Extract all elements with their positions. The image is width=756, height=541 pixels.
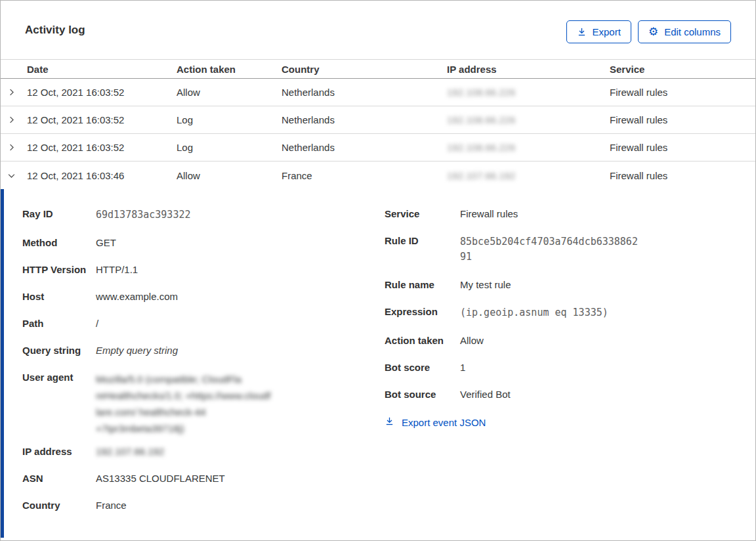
- detail-field-label: IP address: [22, 445, 96, 458]
- header-actions: Export ⚙ Edit columns: [566, 20, 731, 43]
- cell-service: Firewall rules: [610, 142, 755, 153]
- column-header-service: Service: [610, 64, 755, 75]
- cell-ip-address: 192.107.66.192: [447, 170, 610, 181]
- detail-field-label: Path: [22, 317, 96, 330]
- expand-chevron-button[interactable]: [1, 162, 27, 189]
- detail-field: User agent Mozilla/5.0 (compatible; Clou…: [22, 371, 385, 437]
- cell-service: Firewall rules: [610, 170, 755, 181]
- detail-field-value: (ip.geoip.asnum eq 13335): [460, 305, 608, 320]
- cell-ip-address: 192.108.66.226: [447, 114, 610, 125]
- export-event-json-label: Export event JSON: [402, 417, 486, 428]
- gear-icon: ⚙: [648, 26, 658, 37]
- cell-action-taken: Log: [177, 114, 282, 125]
- table-row[interactable]: 12 Oct, 2021 16:03:46 Allow France 192.1…: [1, 162, 755, 189]
- cell-action-taken: Allow: [177, 170, 282, 181]
- detail-field-label: Service: [385, 207, 460, 221]
- detail-field-label: Country: [22, 499, 96, 512]
- edit-columns-button[interactable]: ⚙ Edit columns: [638, 20, 731, 43]
- detail-field: Bot score 1: [385, 361, 736, 374]
- detail-field-label: Action taken: [385, 334, 460, 347]
- cell-service: Firewall rules: [610, 87, 755, 98]
- column-header-date: Date: [27, 64, 177, 75]
- detail-field: IP address 192.107.66.192: [22, 445, 385, 458]
- detail-field-label: Ray ID: [22, 207, 96, 223]
- detail-field-label: User agent: [22, 371, 96, 437]
- cell-country: Netherlands: [282, 87, 447, 98]
- column-header-ip: IP address: [447, 64, 610, 75]
- cell-date: 12 Oct, 2021 16:03:52: [27, 142, 177, 153]
- detail-field: Action taken Allow: [385, 334, 736, 347]
- detail-field-value: Allow: [460, 334, 484, 347]
- detail-field-value: www.example.com: [96, 290, 178, 303]
- detail-field: Rule name My test rule: [385, 278, 736, 292]
- cell-service: Firewall rules: [610, 114, 755, 125]
- detail-field: Rule ID 85bce5b204cf4703a764dcb633886291: [385, 234, 736, 265]
- edit-columns-button-label: Edit columns: [664, 27, 721, 37]
- detail-field-value: Empty query string: [96, 344, 178, 357]
- detail-field: Method GET: [22, 236, 385, 249]
- cell-ip-address: 192.108.66.226: [447, 142, 610, 153]
- cell-action-taken: Allow: [177, 87, 282, 98]
- detail-field: Expression (ip.geoip.asnum eq 13335): [385, 305, 736, 320]
- detail-field-label: HTTP Version: [22, 263, 96, 276]
- detail-field-label: Query string: [22, 344, 96, 357]
- page-header: Activity log Export ⚙ Edit columns: [1, 1, 755, 59]
- detail-field: Ray ID 69d13783ac393322: [22, 207, 385, 223]
- table-row[interactable]: 12 Oct, 2021 16:03:52 Log Netherlands 19…: [1, 134, 755, 162]
- chevron-right-icon: [7, 171, 16, 181]
- detail-field-value: /: [96, 317, 98, 330]
- detail-field-value: 85bce5b204cf4703a764dcb633886291: [460, 234, 642, 265]
- detail-field-value: GET: [96, 236, 116, 249]
- detail-field-value: Verified Bot: [460, 388, 511, 401]
- download-icon: [385, 416, 394, 428]
- detail-field-label: Bot score: [385, 361, 460, 374]
- detail-field: Host www.example.com: [22, 290, 385, 303]
- cell-country: Netherlands: [282, 142, 447, 153]
- activity-log-panel: Activity log Export ⚙ Edit columns Date …: [0, 0, 756, 541]
- detail-field-value: 69d13783ac393322: [96, 207, 191, 223]
- expand-chevron-button[interactable]: [1, 134, 27, 161]
- cell-ip-address: 192.108.66.226: [447, 87, 610, 98]
- table-header-row: Date Action taken Country IP address Ser…: [1, 59, 755, 79]
- detail-field-value: My test rule: [460, 278, 511, 292]
- detail-field-label: Expression: [385, 305, 460, 320]
- column-header-country: Country: [282, 64, 447, 75]
- chevron-right-icon: [7, 87, 16, 97]
- detail-field-value: AS13335 CLOUDFLARENET: [96, 472, 225, 485]
- detail-field: HTTP Version HTTP/1.1: [22, 263, 385, 276]
- detail-field-label: ASN: [22, 472, 96, 485]
- detail-field: Path /: [22, 317, 385, 330]
- table-body: 12 Oct, 2021 16:03:52 Allow Netherlands …: [1, 79, 755, 189]
- expand-chevron-button[interactable]: [1, 106, 27, 133]
- detail-field-label: Host: [22, 290, 96, 303]
- export-button-label: Export: [593, 27, 621, 37]
- chevron-right-icon: [7, 142, 16, 152]
- export-event-json-link[interactable]: Export event JSON: [385, 416, 486, 428]
- detail-field-value: Firewall rules: [460, 207, 518, 221]
- detail-field: ASN AS13335 CLOUDFLARENET: [22, 472, 385, 485]
- cell-date: 12 Oct, 2021 16:03:52: [27, 87, 177, 98]
- export-button[interactable]: Export: [566, 20, 631, 43]
- detail-field: Bot source Verified Bot: [385, 388, 736, 401]
- detail-field-label: Bot source: [385, 388, 460, 401]
- column-header-action: Action taken: [177, 64, 282, 75]
- cell-country: Netherlands: [282, 114, 447, 125]
- detail-field-value: 1: [460, 361, 465, 374]
- expand-chevron-button[interactable]: [1, 79, 27, 106]
- cell-date: 12 Oct, 2021 16:03:52: [27, 114, 177, 125]
- table-row[interactable]: 12 Oct, 2021 16:03:52 Allow Netherlands …: [1, 79, 755, 106]
- detail-field: Query string Empty query string: [22, 344, 385, 357]
- detail-field-label: Rule ID: [385, 234, 460, 265]
- table-row[interactable]: 12 Oct, 2021 16:03:52 Log Netherlands 19…: [1, 106, 755, 134]
- page-title: Activity log: [25, 20, 85, 37]
- detail-column-left: Ray ID 69d13783ac393322 Method GET HTTP …: [22, 207, 385, 538]
- detail-field: Country France: [22, 499, 385, 512]
- cell-country: France: [282, 170, 447, 181]
- event-detail-panel: Ray ID 69d13783ac393322 Method GET HTTP …: [1, 189, 755, 538]
- detail-field-value: 192.107.66.192: [96, 445, 164, 458]
- detail-field-label: Rule name: [385, 278, 460, 292]
- detail-column-right: Service Firewall rules Rule ID 85bce5b20…: [385, 207, 736, 538]
- detail-field-value: HTTP/1.1: [96, 263, 138, 276]
- chevron-right-icon: [7, 115, 16, 125]
- cell-action-taken: Log: [177, 142, 282, 153]
